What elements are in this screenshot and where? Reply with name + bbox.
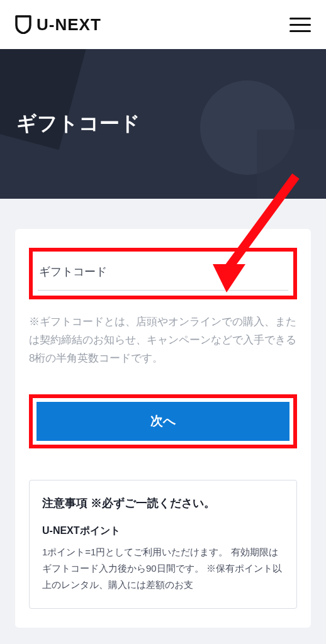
notes-subtitle: U-NEXTポイント <box>42 525 284 538</box>
brand-logo[interactable]: U-NEXT <box>15 15 101 35</box>
gift-code-card: ※ギフトコードとは、店頭やオンラインでの購入、または契約締結のお知らせ、キャンペ… <box>15 229 311 628</box>
next-button[interactable]: 次へ <box>37 402 289 441</box>
decoration <box>257 130 326 199</box>
hero-banner: ギフトコード <box>0 49 326 199</box>
main-content: ※ギフトコードとは、店頭やオンラインでの購入、または契約締結のお知らせ、キャンペ… <box>0 199 326 628</box>
input-container <box>38 257 288 291</box>
page-title: ギフトコード <box>16 110 140 138</box>
menu-icon[interactable] <box>289 18 311 32</box>
notes-title: 注意事項 ※必ずご一読ください。 <box>42 496 284 511</box>
shield-icon <box>15 15 31 34</box>
highlight-input <box>29 248 297 299</box>
app-header: U-NEXT <box>0 0 326 49</box>
brand-name: U-NEXT <box>37 15 101 35</box>
notes-body: 1ポイント=1円としてご利用いただけます。 有効期限はギフトコード入力後から90… <box>42 544 284 594</box>
notes-box: 注意事項 ※必ずご一読ください。 U-NEXTポイント 1ポイント=1円としてご… <box>29 480 297 609</box>
highlight-button: 次へ <box>29 394 297 448</box>
gift-code-input[interactable] <box>39 265 287 279</box>
help-text: ※ギフトコードとは、店頭やオンラインでの購入、または契約締結のお知らせ、キャンペ… <box>29 313 297 368</box>
